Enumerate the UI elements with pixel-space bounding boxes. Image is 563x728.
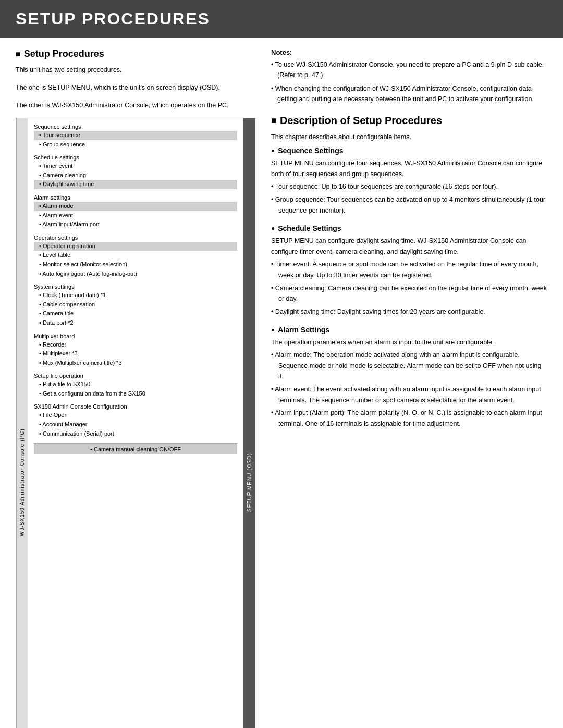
intro-para-2: The one is SETUP MENU, which is the unit… [16, 82, 255, 93]
intro-para-1: This unit has two setting procedures. [16, 65, 255, 75]
menu-item-4-2: • Camera title [34, 309, 237, 318]
menu-section-0: Sequence settings• Tour sequence• Group … [34, 124, 237, 149]
sub-section-title-0: Sequence Settings [271, 146, 547, 155]
menu-section-title-1: Schedule settings [34, 154, 237, 161]
menu-section-title-4: System settings [34, 283, 237, 290]
camera-manual-row: • Camera manual cleaning ON/OFF [34, 443, 237, 454]
menu-item-1-1: • Camera cleaning [34, 171, 237, 180]
page-title: SETUP PROCEDURES [16, 9, 547, 29]
menu-item-3-0: • Operator registration [34, 242, 237, 251]
menu-section-title-5: Multiplxer board [34, 333, 237, 339]
notes-title: Notes: [271, 48, 547, 56]
sub-bullet-2-1: Alarm event: The event activated along w… [271, 384, 547, 405]
menu-item-7-0: • File Open [34, 411, 237, 420]
menu-section-title-7: SX150 Admin Console Configuration [34, 403, 237, 410]
sub-section-bullets-1: Timer event: A sequence or spot mode can… [271, 259, 547, 317]
menu-item-2-0: • Alarm mode [34, 202, 237, 211]
left-side-label: WJ-SX150 Administrator Console (PC) [16, 118, 28, 728]
menu-item-6-0: • Put a file to SX150 [34, 380, 237, 389]
menu-item-3-2: • Monitor select (Monitor selection) [34, 260, 237, 269]
menu-section-5: Multiplxer board• Recorder• Multiplexer … [34, 333, 237, 368]
right-column: Notes: To use WJ-SX150 Administrator Con… [271, 48, 547, 728]
menu-item-1-0: • Timer event [34, 162, 237, 171]
sub-section-0: Sequence SettingsSETUP MENU can configur… [271, 146, 547, 216]
menu-item-3-3: • Auto login/logout (Auto log-in/log-out… [34, 269, 237, 279]
note-1: To use WJ-SX150 Administrator Console, y… [271, 59, 547, 80]
menu-item-4-3: • Data port *2 [34, 318, 237, 328]
note-2: When changing the configuration of WJ-SX… [271, 83, 547, 104]
menu-section-title-0: Sequence settings [34, 124, 237, 130]
sub-section-bullets-2: Alarm mode: The operation mode activated… [271, 350, 547, 429]
desc-intro: This chapter describes about configurabl… [271, 132, 547, 142]
menu-item-5-2: • Mux (Multiplxer camera title) *3 [34, 359, 237, 368]
sub-section-title-1: Schedule Settings [271, 224, 547, 232]
menu-item-7-1: • Account Manager [34, 420, 237, 429]
menu-item-3-1: • Level table [34, 251, 237, 260]
menu-item-4-0: • Clock (Time and date) *1 [34, 291, 237, 300]
notes-list: To use WJ-SX150 Administrator Console, y… [271, 59, 547, 104]
left-column: Setup Procedures This unit has two setti… [16, 48, 255, 728]
sub-bullet-0-1: Group sequence: Tour sequences can be ac… [271, 194, 547, 216]
page-header: SETUP PROCEDURES [0, 0, 563, 38]
menu-item-7-2: • Communication (Serial) port [34, 429, 237, 439]
sub-section-title-2: Alarm Settings [271, 326, 547, 334]
sub-bullet-2-0: Alarm mode: The operation mode activated… [271, 350, 547, 382]
sub-bullet-2-2: Alarm input (Alarm port): The alarm pola… [271, 408, 547, 429]
menu-diagram-inner: Sequence settings• Tour sequence• Group … [28, 118, 243, 728]
setup-procedures-title: Setup Procedures [16, 48, 255, 59]
menu-item-5-1: • Multiplexer *3 [34, 349, 237, 359]
right-side-label: SETUP MENU (OSD) [243, 118, 255, 728]
menu-section-7: SX150 Admin Console Configuration• File … [34, 403, 237, 438]
menu-item-5-0: • Recorder [34, 340, 237, 350]
sub-bullet-1-1: Camera cleaning: Camera cleaning can be … [271, 283, 547, 304]
menu-item-0-0: • Tour sequence [34, 131, 237, 140]
menu-item-6-1: • Get a configuration data from the SX15… [34, 389, 237, 399]
menu-item-2-2: • Alarm input/Alarm port [34, 220, 237, 229]
menu-diagram: WJ-SX150 Administrator Console (PC) Sequ… [16, 118, 255, 728]
menu-section-3: Operator settings• Operator registration… [34, 235, 237, 278]
sub-section-body-0: SETUP MENU can configure tour sequences.… [271, 158, 547, 179]
sub-bullet-1-0: Timer event: A sequence or spot mode can… [271, 259, 547, 280]
notes-box: Notes: To use WJ-SX150 Administrator Con… [271, 48, 547, 104]
sub-bullet-0-0: Tour sequence: Up to 16 tour sequences a… [271, 181, 547, 192]
menu-section-6: Setup file operation• Put a file to SX15… [34, 373, 237, 398]
menu-section-1: Schedule settings• Timer event• Camera c… [34, 154, 237, 189]
menu-section-2: Alarm settings• Alarm mode• Alarm event•… [34, 194, 237, 229]
menu-item-0-1: • Group sequence [34, 140, 237, 150]
sub-section-body-2: The operation parameters when an alarm i… [271, 337, 547, 348]
menu-item-4-1: • Cable compensation [34, 300, 237, 310]
sub-section-bullets-0: Tour sequence: Up to 16 tour sequences a… [271, 181, 547, 216]
sub-section-2: Alarm SettingsThe operation parameters w… [271, 326, 547, 429]
menu-item-2-1: • Alarm event [34, 211, 237, 220]
menu-section-4: System settings• Clock (Time and date) *… [34, 283, 237, 327]
menu-section-title-3: Operator settings [34, 235, 237, 241]
menu-section-title-2: Alarm settings [34, 194, 237, 201]
sub-section-body-1: SETUP MENU can configure daylight saving… [271, 236, 547, 257]
sub-section-1: Schedule SettingsSETUP MENU can configur… [271, 224, 547, 317]
menu-section-title-6: Setup file operation [34, 373, 237, 379]
intro-para-3: The other is WJ-SX150 Administrator Cons… [16, 100, 255, 110]
desc-section-title: Description of Setup Procedures [271, 115, 547, 127]
sub-bullet-1-2: Daylight saving time: Daylight saving ti… [271, 306, 547, 317]
menu-item-1-2: • Daylight saving time [34, 180, 237, 189]
